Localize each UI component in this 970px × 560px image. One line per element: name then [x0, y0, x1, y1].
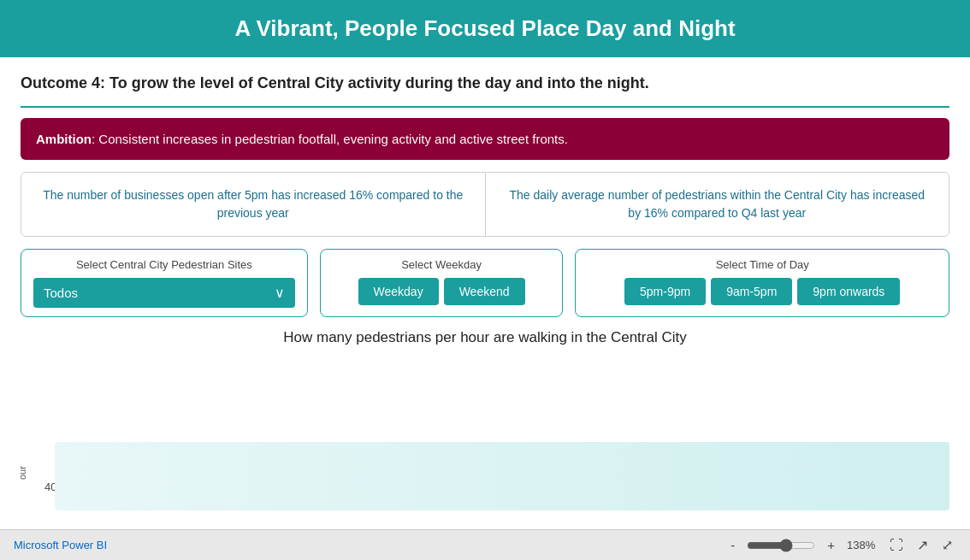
- chart-area: our 400: [21, 353, 949, 519]
- stats-row: The number of businesses open after 5pm …: [21, 172, 949, 237]
- timeofday-btn-group: 5pm-9pm 9am-5pm 9pm onwards: [588, 278, 937, 305]
- chevron-down-icon: ∨: [275, 285, 285, 301]
- ambition-text: Ambition: Consistent increases in pedest…: [36, 130, 934, 148]
- expand-icon[interactable]: ⤢: [938, 535, 956, 555]
- powerbi-link[interactable]: Microsoft Power BI: [14, 539, 107, 551]
- timeofday-control-card: Select Time of Day 5pm-9pm 9am-5pm 9pm o…: [575, 249, 949, 317]
- stat-box-2: The daily average number of pedestrians …: [486, 173, 949, 236]
- weekday-button[interactable]: Weekday: [358, 278, 439, 305]
- zoom-in-button[interactable]: +: [822, 536, 840, 554]
- chart-section: How many pedestrians per hour are walkin…: [21, 329, 949, 519]
- time-9am-5pm-button[interactable]: 9am-5pm: [711, 278, 792, 305]
- stat-text-1: The number of businesses open after 5pm …: [43, 188, 463, 220]
- zoom-percent-label: 138%: [847, 539, 879, 551]
- outcome-heading: Outcome 4: To grow the level of Central …: [21, 73, 949, 94]
- weekday-control-card: Select Weekday Weekday Weekend: [320, 249, 564, 317]
- ambition-label: Ambition: [36, 132, 92, 146]
- sites-dropdown[interactable]: Todos ∨: [33, 278, 295, 308]
- controls-row: Select Central City Pedestrian Sites Tod…: [21, 249, 949, 317]
- page-title: A Vibrant, People Focused Place Day and …: [17, 15, 953, 42]
- weekday-label: Select Weekday: [333, 258, 551, 271]
- time-9pm-onwards-button[interactable]: 9pm onwards: [797, 278, 900, 305]
- stat-box-1: The number of businesses open after 5pm …: [21, 173, 486, 236]
- share-icon[interactable]: ↗: [914, 535, 932, 555]
- timeofday-label: Select Time of Day: [588, 258, 937, 271]
- sites-control-card: Select Central City Pedestrian Sites Tod…: [21, 249, 308, 317]
- sites-selected-value: Todos: [44, 286, 78, 300]
- header-banner: A Vibrant, People Focused Place Day and …: [0, 0, 970, 57]
- bottom-bar: Microsoft Power BI - + 138% ⛶ ↗ ⤢: [0, 529, 970, 560]
- chart-title: How many pedestrians per hour are walkin…: [21, 329, 949, 346]
- weekday-btn-group: Weekday Weekend: [333, 278, 551, 305]
- fullscreen-icon[interactable]: ⛶: [886, 536, 907, 555]
- sites-label: Select Central City Pedestrian Sites: [33, 258, 295, 271]
- y-axis-label: our: [17, 466, 27, 480]
- stat-text-2: The daily average number of pedestrians …: [509, 188, 925, 220]
- weekend-button[interactable]: Weekend: [444, 278, 525, 305]
- zoom-controls: - + 138% ⛶ ↗ ⤢: [725, 535, 956, 555]
- ambition-box: Ambition: Consistent increases in pedest…: [21, 118, 949, 160]
- ambition-body: : Consistent increases in pedestrian foo…: [92, 132, 568, 146]
- time-5pm-9pm-button[interactable]: 5pm-9pm: [624, 278, 706, 305]
- zoom-out-button[interactable]: -: [725, 536, 740, 554]
- chart-placeholder: [55, 442, 949, 510]
- section-divider: [21, 106, 949, 108]
- zoom-slider[interactable]: [747, 539, 815, 552]
- content-area: Outcome 4: To grow the level of Central …: [0, 57, 970, 529]
